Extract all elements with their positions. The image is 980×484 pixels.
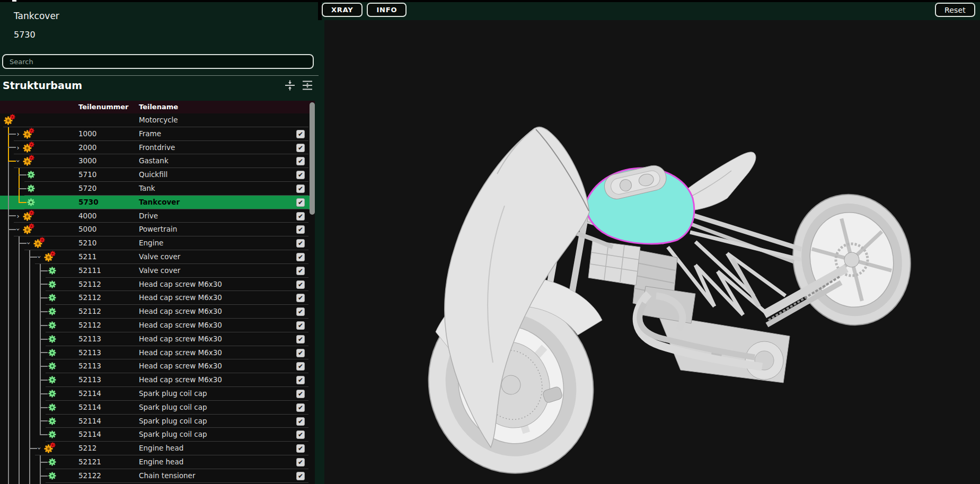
visibility-checkbox[interactable]: ✔: [296, 184, 305, 193]
tree-guide: [3, 236, 14, 250]
tree-guide: [14, 401, 24, 415]
table-row[interactable]: 52113Head cap screw M6x30✔: [0, 359, 315, 373]
tree-guide: [24, 264, 35, 278]
tree-guide: [24, 373, 35, 387]
visibility-checkbox[interactable]: ✔: [296, 430, 305, 439]
tree-guide: [14, 428, 24, 442]
table-row[interactable]: 52112Head cap screw M6x30✔: [0, 278, 315, 292]
part-gear-icon: [46, 359, 61, 373]
visibility-checkbox[interactable]: ✔: [296, 144, 305, 152]
info-button[interactable]: INFO: [367, 3, 407, 17]
tree-guide: [24, 455, 35, 469]
visibility-checkbox[interactable]: ✔: [296, 294, 305, 302]
table-row[interactable]: 52114Spark plug coil cap✔: [0, 401, 315, 415]
table-row[interactable]: 52114Spark plug coil cap✔: [0, 415, 315, 428]
part-gear-icon: [24, 182, 40, 196]
table-row[interactable]: 52113Head cap screw M6x30✔: [0, 332, 315, 346]
visibility-checkbox[interactable]: ✔: [296, 239, 305, 248]
visibility-checkbox[interactable]: ✔: [296, 472, 305, 480]
visibility-checkbox[interactable]: ✔: [296, 253, 305, 261]
table-row[interactable]: ›5210Engine✔: [0, 236, 315, 250]
reset-button[interactable]: Reset: [935, 3, 975, 17]
table-row[interactable]: 52112Head cap screw M6x30✔: [0, 319, 315, 332]
xray-button[interactable]: XRAY: [322, 3, 363, 17]
visibility-checkbox[interactable]: ✔: [296, 130, 305, 138]
table-row[interactable]: ›5211Valve cover✔: [0, 250, 315, 264]
table-row[interactable]: 52114Spark plug coil cap✔: [0, 428, 315, 442]
cell-teilenummer: 5210: [78, 236, 96, 250]
visibility-checkbox[interactable]: ✔: [296, 157, 305, 165]
visibility-checkbox[interactable]: ✔: [296, 267, 305, 275]
assembly-gear-icon: [43, 442, 59, 455]
tree-guide: [3, 415, 14, 428]
visibility-checkbox[interactable]: ✔: [296, 212, 305, 221]
tree-guide: [24, 415, 35, 428]
visibility-checkbox[interactable]: ✔: [296, 390, 305, 398]
viewer-toolbar: XRAY INFO: [322, 3, 407, 17]
table-row[interactable]: ›1000Frame✔: [0, 127, 315, 141]
table-row[interactable]: Motorcycle: [0, 113, 315, 127]
tree-guide: [3, 168, 14, 182]
visibility-checkbox[interactable]: ✔: [296, 376, 305, 384]
tree-guide: [14, 359, 24, 373]
cell-teilenummer: 52114: [78, 387, 101, 401]
tree-guide: [14, 182, 24, 196]
visibility-checkbox[interactable]: ✔: [296, 280, 305, 289]
tree-guide: [35, 291, 46, 305]
tree-guide: [35, 428, 46, 442]
cell-teilename: Drive: [139, 209, 158, 223]
scrollbar-thumb[interactable]: [310, 102, 315, 215]
tree-guide: [24, 278, 35, 292]
visibility-checkbox[interactable]: ✔: [296, 362, 305, 371]
tree-prefix: [3, 415, 61, 428]
visibility-checkbox[interactable]: ✔: [296, 349, 305, 357]
visibility-checkbox[interactable]: ✔: [296, 225, 305, 234]
table-row[interactable]: ›5000Powertrain✔: [0, 223, 315, 236]
cell-teilename: Tank: [139, 182, 155, 196]
visibility-checkbox[interactable]: ✔: [296, 335, 305, 344]
table-row[interactable]: 52112Head cap screw M6x30✔: [0, 291, 315, 305]
visibility-checkbox[interactable]: ✔: [296, 307, 305, 316]
search-input[interactable]: [2, 54, 314, 69]
visibility-checkbox[interactable]: ✔: [296, 403, 305, 412]
table-row[interactable]: 52114Spark plug coil cap✔: [0, 387, 315, 401]
table-row[interactable]: 52111Valve cover✔: [0, 264, 315, 278]
scrollbar-track[interactable]: [309, 101, 315, 484]
visibility-checkbox[interactable]: ✔: [296, 198, 305, 207]
tree-prefix: ›: [3, 154, 38, 168]
expand-levels-icon[interactable]: [301, 80, 314, 92]
table-row[interactable]: ›4000Drive✔: [0, 209, 315, 223]
tree-guide: [35, 401, 46, 415]
visibility-checkbox[interactable]: ✔: [296, 458, 305, 467]
visibility-checkbox[interactable]: ✔: [296, 171, 305, 179]
visibility-checkbox[interactable]: ✔: [296, 417, 305, 426]
collapse-all-icon[interactable]: [284, 80, 296, 92]
column-header-teilenummer: Teilenummer: [78, 101, 129, 113]
tree-guide: [3, 387, 14, 401]
3d-viewport[interactable]: [324, 20, 980, 484]
tree-guide: [3, 319, 14, 332]
table-row[interactable]: 52122Chain tensioner✔: [0, 469, 315, 483]
tree-guide: [14, 387, 24, 401]
cell-teilenummer: 52113: [78, 373, 101, 387]
table-row[interactable]: ›5212Engine head✔: [0, 442, 315, 455]
table-row[interactable]: 5710Quickfill✔: [0, 168, 315, 182]
table-row[interactable]: 52113Head cap screw M6x30✔: [0, 346, 315, 360]
part-gear-icon: [46, 455, 61, 469]
tree-guide: [14, 319, 24, 332]
visibility-checkbox[interactable]: ✔: [296, 444, 305, 453]
table-row-selected[interactable]: 5730Tankcover✔: [0, 196, 315, 209]
table-row[interactable]: ›3000Gastank✔: [0, 154, 315, 168]
tree-guide: [14, 442, 24, 455]
table-row[interactable]: ›2000Frontdrive✔: [0, 141, 315, 155]
table-row[interactable]: 52113Head cap screw M6x30✔: [0, 373, 315, 387]
tree-guide: [24, 305, 35, 319]
table-row[interactable]: 52121Engine head✔: [0, 455, 315, 469]
cell-teilenummer: 5211: [78, 250, 96, 264]
table-row[interactable]: 5720Tank✔: [0, 182, 315, 196]
tree-guide: [35, 387, 46, 401]
column-header-teilename: Teilename: [139, 101, 178, 113]
table-row[interactable]: 52112Head cap screw M6x30✔: [0, 305, 315, 319]
tree-prefix: [3, 401, 61, 415]
visibility-checkbox[interactable]: ✔: [296, 321, 305, 330]
